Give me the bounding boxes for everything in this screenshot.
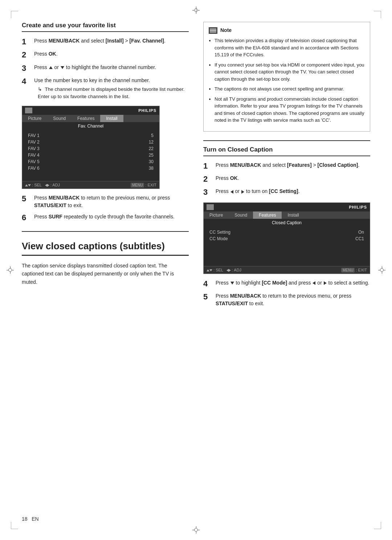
cc-step-5-num: 5 — [203, 292, 213, 302]
step-6: 6 Press SURF repeatedly to cycle through… — [22, 213, 189, 222]
note-bullet-1: This television provides a display of te… — [215, 37, 365, 59]
tv-ui-tabs-2: Picture Sound Features Install — [204, 211, 370, 219]
tv-fav-row-2: FAV 2 12 — [28, 139, 154, 145]
tv-tab-sound-1: Sound — [47, 115, 72, 122]
tv-ui-brand-2: PHILIPS — [349, 205, 367, 209]
cc-step-3-num: 3 — [203, 188, 213, 197]
cc-step-1-num: 1 — [203, 161, 213, 171]
tv-ui-submenu-cc: Closed Caption — [204, 219, 370, 227]
step-3: 3 Press or to highlight the favorite cha… — [22, 64, 189, 73]
cc-step-5-content: Press MENU/BACK to return to the previou… — [216, 292, 370, 307]
note-header: Note — [209, 27, 365, 34]
cc-mode-label: CC Mode — [209, 236, 228, 241]
section-divider-1 — [22, 231, 189, 232]
tv-ui-header-1: PHILIPS — [22, 106, 159, 115]
note-icon-line-1 — [210, 29, 216, 29]
cc-step-4-num: 4 — [203, 279, 213, 289]
fav5-label: FAV 5 — [28, 159, 40, 164]
favorite-list-steps-continued: 5 Press MENU/BACK to return to the previ… — [22, 194, 189, 222]
cc-step-1-content: Press MENU/BACK and select [Features] > … — [216, 161, 359, 169]
left-column: Create and use your favorite list 1 Pres… — [22, 22, 189, 311]
tv-ui-footer-1: : SEL : ADJ MENU : EXIT — [22, 181, 159, 189]
step-4-content: Use the number keys to key in the channe… — [34, 77, 189, 101]
tv-footer-left-2: : SEL : ADJ — [207, 268, 241, 272]
tv-ui-logo-area-2 — [207, 204, 215, 210]
tv-fav-row-4: FAV 4 25 — [28, 152, 154, 158]
tv-footer-right-1: MENU : EXIT — [131, 183, 156, 187]
note-bullet-3: The captions do not always use correct s… — [215, 85, 365, 93]
step-3-content: Press or to highlight the favorite chann… — [34, 64, 156, 71]
tv-ui-brand-1: PHILIPS — [138, 108, 156, 113]
favorite-list-steps: 1 Press MENU/BACK and select [Install] >… — [22, 37, 189, 101]
step-1-num: 1 — [22, 37, 32, 47]
tv-ui-tabs-1: Picture Sound Features Install — [22, 115, 159, 122]
tv-tab-sound-2: Sound — [229, 211, 253, 219]
step-6-num: 6 — [22, 213, 32, 222]
fav3-value: 22 — [149, 146, 154, 151]
note-icon — [209, 27, 217, 34]
tv-footer-left-1: : SEL : ADJ — [25, 183, 60, 187]
page-footer: 18 EN — [22, 516, 39, 522]
favorite-list-title: Create and use your favorite list — [22, 22, 189, 32]
fav4-label: FAV 4 — [28, 153, 40, 158]
cc-step-4: 4 Press to highlight [CC Mode] and press… — [203, 279, 370, 289]
step-1-content: Press MENU/BACK and select [Install] > [… — [34, 37, 166, 45]
cc-step-4-content: Press to highlight [CC Mode] and press o… — [216, 279, 369, 287]
tv-cc-row-2: CC Mode CC1 — [209, 235, 364, 242]
step-2-content: Press OK. — [34, 50, 58, 58]
tv-ui-submenu-fav: Fav. Channel — [22, 122, 159, 130]
step-2: 2 Press OK. — [22, 50, 189, 60]
tv-ui-closed-caption: PHILIPS Picture Sound Features Install C… — [203, 202, 370, 274]
fav2-label: FAV 2 — [28, 140, 40, 145]
cc-step-1: 1 Press MENU/BACK and select [Features] … — [203, 161, 370, 171]
step-5: 5 Press MENU/BACK to return to the previ… — [22, 194, 189, 209]
turn-on-cc-title: Turn on Closed Caption — [203, 146, 370, 156]
tv-ui-cc-rows: CC Setting On CC Mode CC1 — [204, 227, 370, 244]
cc-setting-value: On — [358, 230, 364, 235]
tv-tab-picture-2: Picture — [204, 211, 229, 219]
tv-fav-row-1: FAV 1 5 — [28, 132, 154, 139]
tv-ui-header-2: PHILIPS — [204, 203, 370, 211]
fav4-value: 25 — [149, 153, 154, 158]
favorite-list-section: Create and use your favorite list 1 Pres… — [22, 22, 189, 222]
cc-setting-label: CC Setting — [209, 230, 230, 235]
cc-steps: 1 Press MENU/BACK and select [Features] … — [203, 161, 370, 197]
tv-fav-row-6: FAV 6 38 — [28, 165, 154, 172]
step-3-num: 3 — [22, 64, 32, 73]
cc-step-5: 5 Press MENU/BACK to return to the previ… — [203, 292, 370, 307]
fav6-label: FAV 6 — [28, 166, 40, 171]
step-5-num: 5 — [22, 194, 32, 203]
step-4-num: 4 — [22, 77, 32, 86]
step-6-content: Press SURF repeatedly to cycle through t… — [34, 213, 175, 221]
page-number: 18 — [22, 516, 28, 522]
step-5-content: Press MENU/BACK to return to the previou… — [34, 194, 189, 209]
page: Create and use your favorite list 1 Pres… — [0, 0, 392, 540]
cc-mode-value: CC1 — [355, 236, 364, 241]
step-4-subnote: The channel number is displayed beside t… — [38, 86, 189, 101]
note-bullet-4: Not all TV programs and product commerci… — [215, 96, 365, 124]
note-bullet-2: If you connect your set-top box via HDMI… — [215, 61, 365, 83]
cc-step-2: 2 Press OK. — [203, 174, 370, 184]
tv-ui-logo-area — [25, 108, 34, 113]
note-label: Note — [220, 27, 232, 34]
tv-tab-features-1: Features — [72, 115, 100, 122]
tv-ui-fav-rows: FAV 1 5 FAV 2 12 FAV 3 22 FAV 4 — [22, 130, 159, 174]
tv-ui-fav-channel: PHILIPS Picture Sound Features Install F… — [22, 106, 160, 189]
step-4: 4 Use the number keys to key in the chan… — [22, 77, 189, 101]
right-column: Note This television provides a display … — [203, 22, 370, 311]
note-bullet-list: This television provides a display of te… — [209, 37, 365, 124]
fav6-value: 38 — [149, 166, 154, 171]
main-layout: Create and use your favorite list 1 Pres… — [22, 22, 370, 311]
page-language: EN — [32, 516, 38, 522]
fav3-label: FAV 3 — [28, 146, 40, 151]
philips-logo-icon-2 — [207, 204, 214, 210]
note-icon-line-3 — [210, 32, 216, 32]
note-box: Note This television provides a display … — [203, 22, 370, 132]
closed-captions-section: View closed captions (subtitles) The cap… — [22, 241, 189, 286]
closed-captions-title: View closed captions (subtitles) — [22, 241, 189, 256]
turn-on-closed-caption-section: Turn on Closed Caption 1 Press MENU/BACK… — [203, 146, 370, 308]
cc-step-2-num: 2 — [203, 174, 213, 184]
fav2-value: 12 — [149, 140, 154, 145]
tv-ui-footer-2: : SEL : ADJ MENU : EXIT — [204, 266, 370, 274]
tv-tab-picture-1: Picture — [22, 115, 47, 122]
